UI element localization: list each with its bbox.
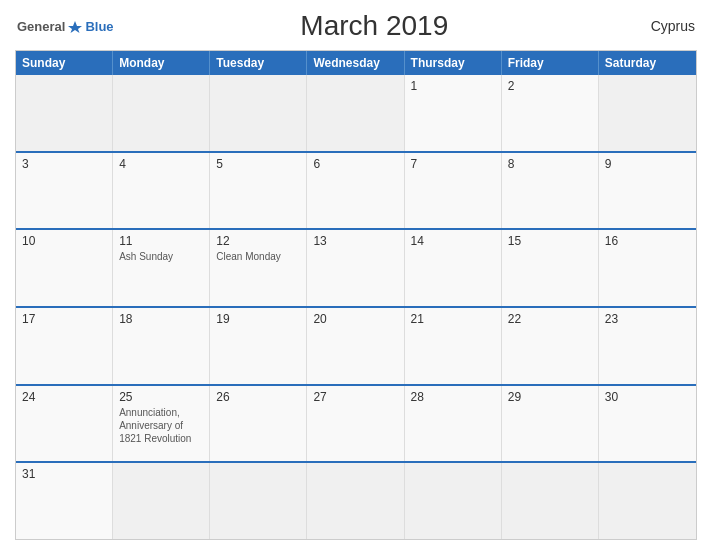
day-number: 3 <box>22 157 106 171</box>
calendar-cell: 7 <box>405 153 502 229</box>
calendar-row-2: 3456789 <box>16 151 696 229</box>
day-number: 1 <box>411 79 495 93</box>
logo-general-text: General <box>17 19 65 34</box>
day-number: 22 <box>508 312 592 326</box>
calendar-cell: 9 <box>599 153 696 229</box>
day-number: 27 <box>313 390 397 404</box>
day-number: 30 <box>605 390 690 404</box>
calendar-cell: 4 <box>113 153 210 229</box>
day-number: 6 <box>313 157 397 171</box>
calendar-cell: 1 <box>405 75 502 151</box>
calendar-cell: 24 <box>16 386 113 462</box>
calendar-cell <box>405 463 502 539</box>
calendar-cell: 30 <box>599 386 696 462</box>
day-number: 7 <box>411 157 495 171</box>
calendar-row-1: 12 <box>16 75 696 151</box>
day-number: 15 <box>508 234 592 248</box>
calendar-cell: 29 <box>502 386 599 462</box>
holiday-label: Clean Monday <box>216 250 300 263</box>
header-saturday: Saturday <box>599 51 696 75</box>
calendar-header: Sunday Monday Tuesday Wednesday Thursday… <box>16 51 696 75</box>
calendar-cell: 28 <box>405 386 502 462</box>
holiday-label: Ash Sunday <box>119 250 203 263</box>
day-number: 10 <box>22 234 106 248</box>
calendar-cell: 2 <box>502 75 599 151</box>
calendar-cell <box>502 463 599 539</box>
day-number: 31 <box>22 467 106 481</box>
header-sunday: Sunday <box>16 51 113 75</box>
logo: General Blue <box>17 19 114 34</box>
calendar-cell <box>113 75 210 151</box>
calendar-cell <box>113 463 210 539</box>
calendar-cell: 21 <box>405 308 502 384</box>
day-number: 11 <box>119 234 203 248</box>
calendar-cell: 26 <box>210 386 307 462</box>
holiday-label: Annunciation, Anniversary of 1821 Revolu… <box>119 406 203 445</box>
day-number: 12 <box>216 234 300 248</box>
calendar-row-4: 17181920212223 <box>16 306 696 384</box>
logo-blue-text: Blue <box>85 19 113 34</box>
header-thursday: Thursday <box>405 51 502 75</box>
calendar-cell: 16 <box>599 230 696 306</box>
day-number: 19 <box>216 312 300 326</box>
calendar-cell: 20 <box>307 308 404 384</box>
day-number: 14 <box>411 234 495 248</box>
day-number: 23 <box>605 312 690 326</box>
day-number: 25 <box>119 390 203 404</box>
calendar-cell: 12Clean Monday <box>210 230 307 306</box>
calendar-cell: 15 <box>502 230 599 306</box>
calendar-cell <box>210 463 307 539</box>
calendar-cell: 19 <box>210 308 307 384</box>
calendar-row-3: 1011Ash Sunday12Clean Monday13141516 <box>16 228 696 306</box>
day-number: 16 <box>605 234 690 248</box>
calendar-cell: 3 <box>16 153 113 229</box>
calendar-title: March 2019 <box>114 10 635 42</box>
calendar-cell <box>307 463 404 539</box>
country-name: Cyprus <box>635 18 695 34</box>
day-number: 18 <box>119 312 203 326</box>
calendar-cell: 17 <box>16 308 113 384</box>
calendar-cell <box>599 75 696 151</box>
calendar-grid: Sunday Monday Tuesday Wednesday Thursday… <box>15 50 697 540</box>
calendar-row-5: 2425Annunciation, Anniversary of 1821 Re… <box>16 384 696 462</box>
calendar-cell: 10 <box>16 230 113 306</box>
calendar-cell: 8 <box>502 153 599 229</box>
day-number: 13 <box>313 234 397 248</box>
calendar-body: 1234567891011Ash Sunday12Clean Monday131… <box>16 75 696 539</box>
calendar-cell <box>16 75 113 151</box>
calendar-cell: 11Ash Sunday <box>113 230 210 306</box>
calendar-row-6: 31 <box>16 461 696 539</box>
calendar-cell: 14 <box>405 230 502 306</box>
day-number: 17 <box>22 312 106 326</box>
header-friday: Friday <box>502 51 599 75</box>
day-number: 20 <box>313 312 397 326</box>
day-number: 8 <box>508 157 592 171</box>
calendar-cell: 22 <box>502 308 599 384</box>
header-wednesday: Wednesday <box>307 51 404 75</box>
calendar-cell: 5 <box>210 153 307 229</box>
calendar-cell: 18 <box>113 308 210 384</box>
day-number: 26 <box>216 390 300 404</box>
header-tuesday: Tuesday <box>210 51 307 75</box>
calendar-cell <box>599 463 696 539</box>
day-number: 28 <box>411 390 495 404</box>
day-number: 5 <box>216 157 300 171</box>
day-number: 29 <box>508 390 592 404</box>
calendar-cell: 6 <box>307 153 404 229</box>
calendar-cell: 27 <box>307 386 404 462</box>
calendar-page: General Blue March 2019 Cyprus Sunday Mo… <box>0 0 712 550</box>
calendar-cell: 13 <box>307 230 404 306</box>
header-monday: Monday <box>113 51 210 75</box>
calendar-cell: 23 <box>599 308 696 384</box>
calendar-cell <box>210 75 307 151</box>
logo-flag-icon <box>66 19 84 33</box>
day-number: 4 <box>119 157 203 171</box>
day-number: 24 <box>22 390 106 404</box>
header: General Blue March 2019 Cyprus <box>15 10 697 42</box>
calendar-cell: 31 <box>16 463 113 539</box>
calendar-cell <box>307 75 404 151</box>
day-number: 21 <box>411 312 495 326</box>
day-number: 2 <box>508 79 592 93</box>
day-number: 9 <box>605 157 690 171</box>
calendar-cell: 25Annunciation, Anniversary of 1821 Revo… <box>113 386 210 462</box>
